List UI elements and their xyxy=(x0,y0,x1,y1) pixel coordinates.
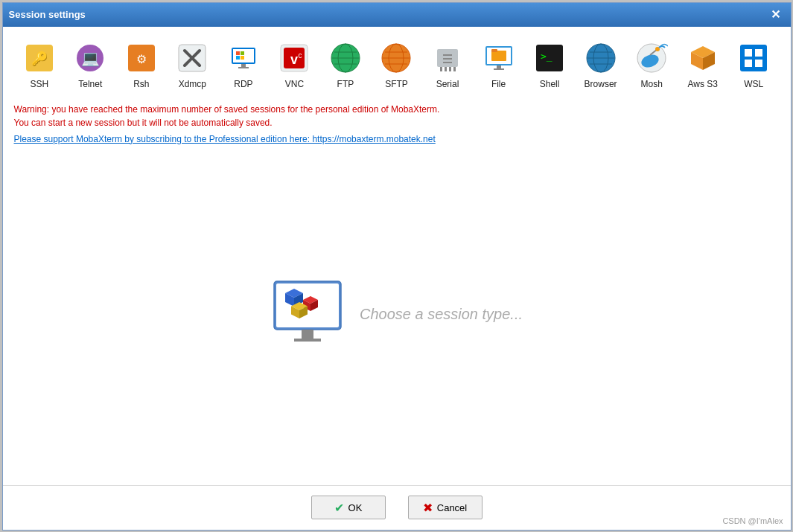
serial-label: Serial xyxy=(436,79,459,89)
svg-rect-66 xyxy=(302,330,313,339)
session-type-ftp[interactable]: FTP xyxy=(320,34,372,95)
browser-label: Browser xyxy=(585,79,617,89)
session-type-rdp[interactable]: RDP xyxy=(218,34,270,95)
svg-rect-15 xyxy=(241,64,246,67)
session-type-mosh[interactable]: Mosh xyxy=(626,34,678,95)
svg-rect-13 xyxy=(236,56,240,60)
session-type-shell[interactable]: >_ Shell xyxy=(524,34,576,95)
svg-rect-14 xyxy=(241,56,244,60)
telnet-label: Telnet xyxy=(78,79,102,89)
svg-rect-40 xyxy=(491,51,506,61)
ok-button[interactable]: ✔ OK xyxy=(311,496,386,519)
svg-rect-35 xyxy=(445,67,447,71)
watermark: CSDN @I'mAlex xyxy=(722,516,783,525)
svg-rect-62 xyxy=(745,60,752,67)
svg-text:>_: >_ xyxy=(541,51,552,62)
svg-rect-36 xyxy=(449,67,451,71)
wsl-icon-box xyxy=(736,40,771,76)
promo-link[interactable]: Please support MobaXterm by subscribing … xyxy=(14,134,780,144)
cancel-x-icon: ✖ xyxy=(423,501,433,515)
svg-rect-16 xyxy=(238,67,249,68)
xdmcp-label: Xdmcp xyxy=(179,79,206,89)
dialog-title: Session settings xyxy=(9,9,86,20)
choose-session-container: Choose a session type... xyxy=(270,278,523,352)
telnet-icon-box: 💻 xyxy=(72,40,108,76)
ok-check-icon: ✔ xyxy=(334,501,344,515)
session-type-file[interactable]: File xyxy=(473,34,524,95)
svg-rect-59 xyxy=(740,45,767,71)
session-type-rsh[interactable]: ⚙ Rsh xyxy=(116,34,168,95)
sftp-icon xyxy=(380,42,413,74)
vnc-icon-box: v c xyxy=(276,40,312,76)
awss3-icon-box xyxy=(685,40,721,76)
vnc-icon: v c xyxy=(278,42,310,74)
dialog-content: 🔑 SSH 💻 Telnet xyxy=(3,27,791,485)
browser-icon-box xyxy=(583,40,619,76)
session-type-awss3[interactable]: Aws S3 xyxy=(677,34,728,95)
rsh-icon-box: ⚙ xyxy=(124,40,159,76)
rdp-icon xyxy=(227,42,260,74)
svg-rect-34 xyxy=(440,67,442,71)
session-type-wsl[interactable]: WSL xyxy=(728,34,780,95)
svg-text:c: c xyxy=(299,51,302,60)
rdp-label: RDP xyxy=(234,79,252,89)
session-type-vnc[interactable]: v c VNC xyxy=(269,34,320,95)
svg-rect-60 xyxy=(745,49,752,57)
session-type-serial[interactable]: Serial xyxy=(422,34,474,95)
rsh-label: Rsh xyxy=(133,79,149,89)
title-bar: Session settings ✕ xyxy=(3,3,791,27)
cancel-label: Cancel xyxy=(437,502,467,513)
shell-icon: >_ xyxy=(533,42,566,74)
svg-rect-63 xyxy=(755,60,762,67)
session-settings-dialog: Session settings ✕ 🔑 SSH xyxy=(2,2,792,531)
ftp-icon-box xyxy=(328,40,363,76)
sftp-label: SFTP xyxy=(385,79,408,89)
session-type-browser[interactable]: Browser xyxy=(575,34,626,95)
ssh-label: SSH xyxy=(30,79,48,89)
file-label: File xyxy=(491,79,506,89)
choose-session-label: Choose a session type... xyxy=(360,306,523,323)
xdmcp-icon xyxy=(176,42,208,74)
svg-rect-67 xyxy=(294,339,321,342)
session-type-placeholder-icon xyxy=(270,278,345,352)
awss3-label: Aws S3 xyxy=(687,79,717,89)
session-type-telnet[interactable]: 💻 Telnet xyxy=(65,34,116,95)
browser-icon xyxy=(585,42,617,74)
telnet-icon: 💻 xyxy=(74,42,106,74)
dialog-footer: ✔ OK ✖ Cancel xyxy=(3,485,791,530)
wsl-icon xyxy=(737,42,770,74)
svg-rect-12 xyxy=(241,51,244,55)
awss3-icon xyxy=(687,42,719,74)
main-area: Choose a session type... xyxy=(14,152,780,478)
svg-text:🔑: 🔑 xyxy=(31,51,48,67)
ftp-label: FTP xyxy=(337,79,354,89)
ssh-icon: 🔑 xyxy=(23,42,56,74)
rsh-icon: ⚙ xyxy=(125,42,158,74)
warning-text: Warning: you have reached the maximum nu… xyxy=(14,103,780,129)
svg-text:⚙: ⚙ xyxy=(136,53,147,65)
session-type-ssh[interactable]: 🔑 SSH xyxy=(14,34,66,95)
mosh-icon-box xyxy=(634,40,669,76)
file-icon-box xyxy=(481,40,517,76)
svg-text:v: v xyxy=(290,52,298,67)
cancel-button[interactable]: ✖ Cancel xyxy=(408,496,483,519)
svg-rect-61 xyxy=(755,49,762,57)
session-icons-row: 🔑 SSH 💻 Telnet xyxy=(14,34,780,95)
ftp-icon xyxy=(329,42,362,74)
svg-rect-43 xyxy=(494,68,504,70)
svg-rect-11 xyxy=(236,51,240,55)
session-type-sftp[interactable]: SFTP xyxy=(371,34,422,95)
close-button[interactable]: ✕ xyxy=(767,6,785,24)
wsl-label: WSL xyxy=(744,79,763,89)
svg-rect-37 xyxy=(453,67,456,71)
shell-label: Shell xyxy=(540,79,560,89)
ssh-icon-box: 🔑 xyxy=(22,40,57,76)
vnc-label: VNC xyxy=(285,79,304,89)
session-type-xdmcp[interactable]: Xdmcp xyxy=(167,34,218,95)
shell-icon-box: >_ xyxy=(532,40,567,76)
rdp-icon-box xyxy=(226,40,261,76)
serial-icon-box xyxy=(430,40,465,76)
serial-icon xyxy=(431,42,464,74)
svg-rect-42 xyxy=(497,65,501,68)
xdmcp-icon-box xyxy=(174,40,210,76)
